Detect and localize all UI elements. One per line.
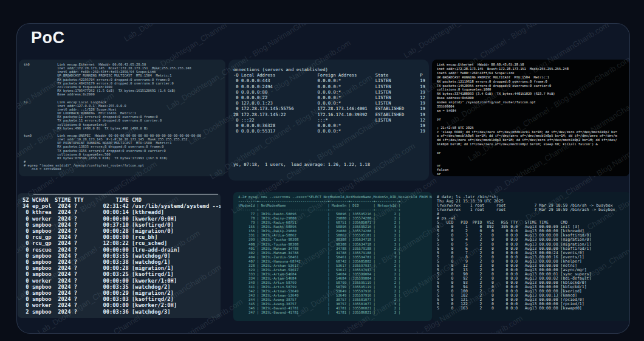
- page-background: PoC th0 Link encap:Ethernet HWaddr 00:60…: [0, 0, 644, 341]
- terminal-ifconfig-black: Link encap:Ethernet HWaddr 00:60:43:65:2…: [432, 60, 629, 176]
- terminal-ps-elf-panel: SZ WCHAN STIME TTY TIME CMD 34 ep_pol 20…: [18, 193, 221, 318]
- terminal-ifconfig-eth0: th0 Link encap:Ethernet HWaddr 00:60:43:…: [19, 60, 225, 176]
- page-title: PoC: [31, 29, 65, 47]
- terminal-ps-elf: SZ WCHAN STIME TTY TIME CMD 34 ep_pol 20…: [18, 193, 221, 318]
- poc-card: PoC th0 Link encap:Ethernet HWaddr 00:60…: [16, 23, 630, 334]
- terminal-ps-busybox: # date; ls -latr /bin/*sh; Thu Aug 21 15…: [432, 192, 630, 321]
- terminal-mysql: 4.2# mysql nms --user=nms --exec="SELECT…: [233, 192, 432, 321]
- divider-line: [33, 195, 218, 195]
- terminal-netstat: onnections (servers and established) -Q …: [228, 60, 429, 181]
